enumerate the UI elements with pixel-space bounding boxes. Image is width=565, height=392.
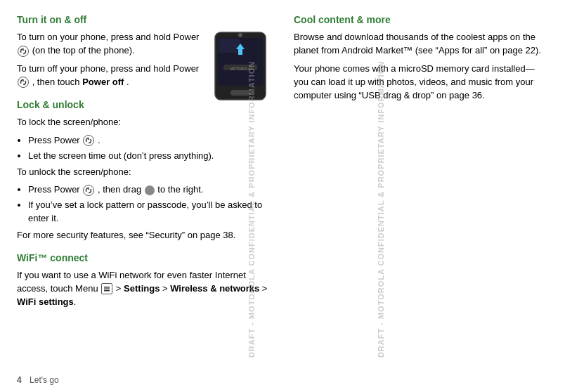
footer: 4 Let's go	[17, 374, 59, 386]
cool-para-2: Your phone comes with a microSD memory c…	[294, 63, 548, 103]
heading-turn-on-off: Turn it on & off	[17, 13, 271, 27]
security-note: For more security features, see “Securit…	[17, 229, 271, 242]
unlock-list: Press Power , then drag to the right. If…	[28, 183, 271, 226]
svg-rect-2	[219, 39, 240, 53]
phone-image: MOTOROLA	[209, 31, 271, 101]
wifi-para: If you want to use a WiFi network for ev…	[17, 269, 271, 309]
menu-icon	[101, 283, 112, 294]
svg-text:MOTOROLA: MOTOROLA	[230, 67, 251, 71]
power-icon-4	[83, 185, 94, 196]
lock-item-2: Let the screen time out (don’t press any…	[28, 150, 271, 163]
cool-para-1: Browse and download thousands of the coo…	[294, 31, 548, 58]
svg-rect-3	[230, 90, 250, 96]
unlock-item-2: If you’ve set a lock pattern or passcode…	[28, 199, 271, 226]
unlock-item-1: Press Power , then drag to the right.	[28, 183, 271, 197]
footer-page-number: 4	[17, 375, 22, 385]
unlock-intro: To unlock the screen/phone:	[17, 166, 271, 179]
right-column: Cool content & more Browse and download …	[294, 13, 548, 318]
svg-rect-18	[104, 290, 110, 292]
power-icon-1	[18, 46, 29, 57]
section-turn-on-off: Turn it on & off	[17, 13, 271, 89]
lock-intro: To lock the screen/phone:	[17, 116, 271, 129]
section-lock-unlock: Lock & unlock To lock the screen/phone: …	[17, 98, 271, 242]
power-icon-3	[83, 135, 94, 146]
svg-rect-16	[104, 287, 110, 288]
heading-cool-content: Cool content & more	[294, 13, 548, 27]
section-cool-content: Cool content & more Browse and download …	[294, 13, 548, 103]
two-column-layout: Turn it on & off	[17, 13, 548, 318]
drag-icon	[145, 185, 155, 195]
page-container: Turn it on & off	[0, 0, 565, 392]
lock-list: Press Power . Let the screen time out (d…	[28, 134, 271, 163]
footer-label: Let's go	[30, 375, 59, 385]
lock-item-1: Press Power .	[28, 134, 271, 148]
svg-rect-17	[104, 289, 110, 290]
left-column: Turn it on & off	[17, 13, 271, 318]
heading-wifi: WiFi™ connect	[17, 251, 271, 265]
svg-point-4	[238, 33, 242, 37]
power-icon-2	[18, 77, 29, 88]
section-wifi: WiFi™ connect If you want to use a WiFi …	[17, 251, 271, 309]
